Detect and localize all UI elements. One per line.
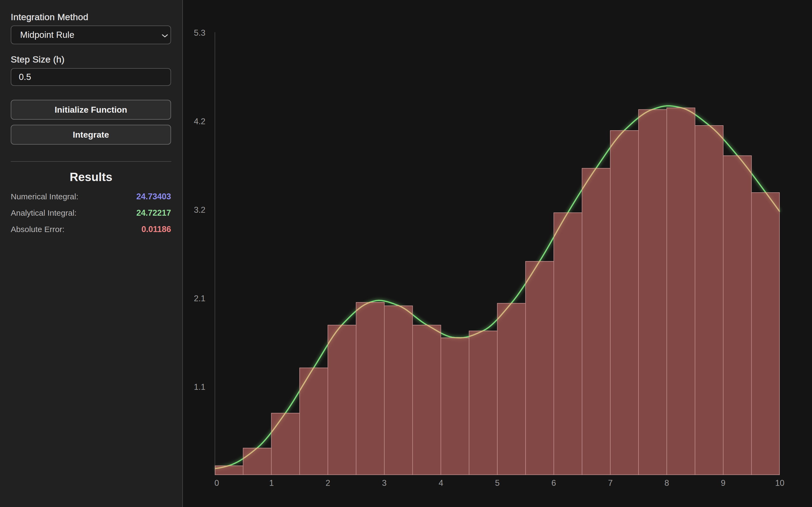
- svg-text:2.1: 2.1: [194, 294, 205, 303]
- svg-text:9: 9: [721, 478, 725, 488]
- svg-text:5: 5: [495, 478, 499, 488]
- svg-text:1.1: 1.1: [194, 382, 205, 392]
- svg-text:7: 7: [608, 478, 612, 488]
- svg-text:6: 6: [551, 478, 556, 488]
- svg-text:4: 4: [439, 478, 443, 488]
- svg-text:3.2: 3.2: [194, 205, 205, 215]
- svg-text:8: 8: [664, 478, 669, 488]
- svg-text:0: 0: [214, 478, 219, 488]
- svg-text:10: 10: [775, 478, 784, 488]
- svg-text:1: 1: [269, 478, 273, 488]
- svg-text:5.3: 5.3: [194, 28, 205, 38]
- svg-text:2: 2: [325, 478, 330, 488]
- svg-text:4.2: 4.2: [194, 117, 205, 126]
- svg-text:3: 3: [382, 478, 387, 488]
